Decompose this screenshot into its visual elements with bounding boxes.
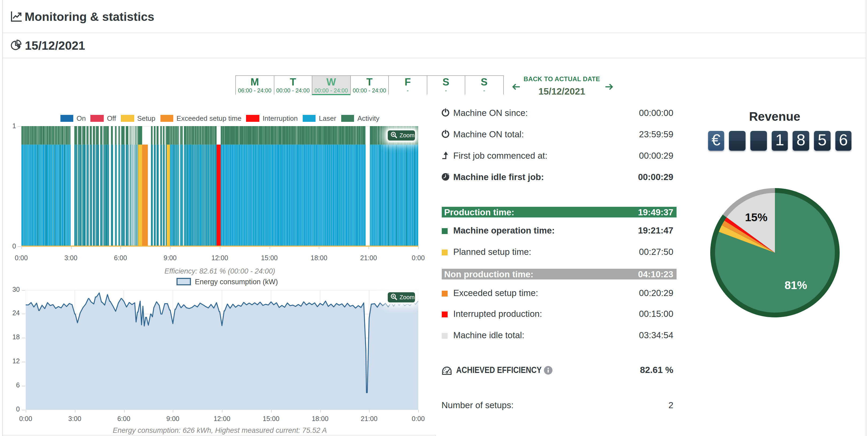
- svg-text:z: z: [448, 172, 449, 174]
